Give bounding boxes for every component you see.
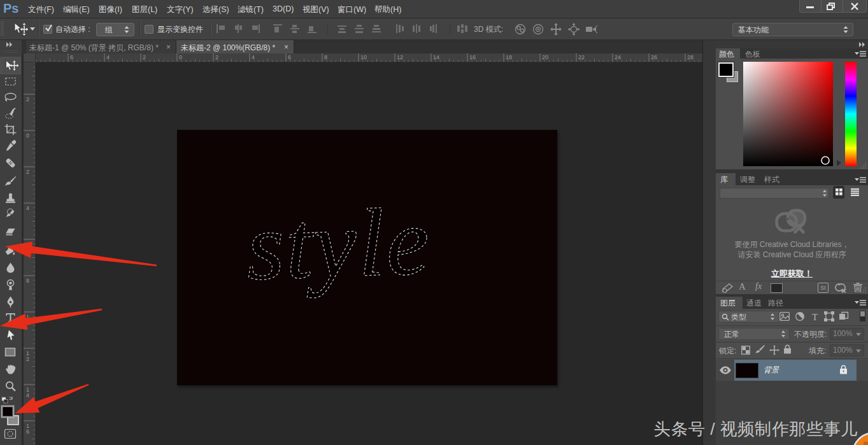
svg-text:4: 4 (26, 392, 29, 399)
svg-text:10: 10 (360, 54, 367, 60)
svg-text:4: 4 (26, 205, 29, 211)
svg-text:0: 0 (26, 132, 29, 139)
svg-text:4: 4 (106, 54, 110, 60)
svg-text:2: 2 (26, 169, 29, 175)
svg-text:8: 8 (324, 54, 327, 60)
svg-text:2: 2 (143, 54, 146, 60)
svg-text:12: 12 (397, 54, 403, 60)
svg-text:0: 0 (26, 320, 29, 326)
svg-text:16: 16 (469, 54, 476, 60)
svg-text:22: 22 (578, 54, 585, 60)
svg-text:20: 20 (542, 54, 548, 60)
svg-text:24: 24 (615, 54, 621, 60)
svg-text:4: 4 (252, 54, 255, 60)
svg-text:2: 2 (215, 54, 218, 60)
svg-text:6: 6 (26, 241, 29, 248)
svg-text:2: 2 (26, 356, 29, 362)
svg-text:6: 6 (70, 54, 73, 60)
svg-text:14: 14 (433, 54, 439, 60)
svg-text:18: 18 (506, 54, 512, 60)
svg-text:0: 0 (179, 54, 182, 60)
svg-text:8: 8 (26, 278, 29, 284)
svg-text:6: 6 (288, 54, 291, 60)
svg-text:26: 26 (651, 54, 657, 60)
svg-text:T: T (812, 312, 818, 322)
svg-text:2: 2 (26, 96, 29, 102)
svg-text:style: style (245, 187, 432, 300)
svg-text:28: 28 (687, 54, 694, 60)
